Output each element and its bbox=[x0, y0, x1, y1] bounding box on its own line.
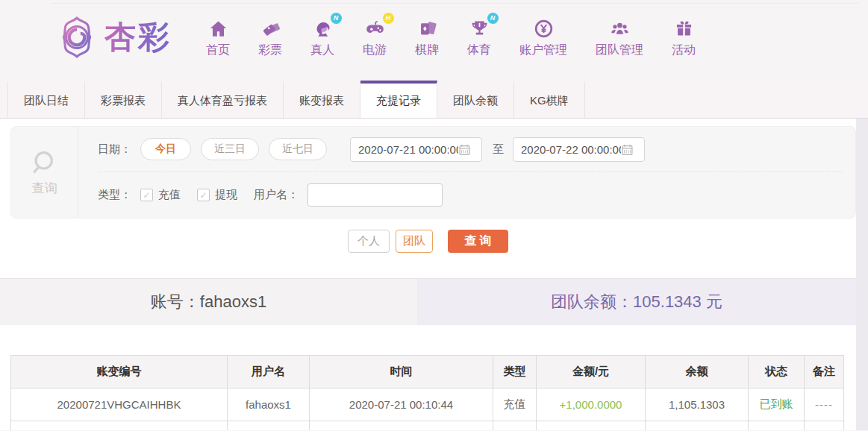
team-balance-summary: 团队余额：105.1343 元 bbox=[417, 279, 856, 325]
preset-today[interactable]: 今日 bbox=[140, 138, 191, 160]
withdraw-option-label: 提现 bbox=[215, 188, 237, 202]
cell-change-id: 20200721VHGCAIHHBK bbox=[11, 388, 228, 421]
live-dealer-icon bbox=[313, 19, 333, 39]
team-balance-value: 105.1343 元 bbox=[633, 291, 722, 313]
table-header-row: 账变编号 用户名 时间 类型 金额/元 余额 状态 备注 bbox=[11, 356, 844, 388]
cell-balance: 1,105.1303 bbox=[646, 388, 749, 421]
type-label: 类型： bbox=[98, 188, 131, 202]
tab-lottery-report[interactable]: 彩票报表 bbox=[85, 81, 162, 118]
col-change-id: 账变编号 bbox=[11, 356, 228, 388]
main-panel: 查询 日期： 今日 近三日 近七日 至 bbox=[0, 119, 856, 430]
table-row: 20200721VHGCAIHHBK fahaoxs1 2020-07-21 0… bbox=[11, 388, 844, 421]
nav-item-egames[interactable]: H 电游 bbox=[363, 17, 387, 58]
brand-logo[interactable]: 杏彩 bbox=[55, 16, 172, 59]
hot-badge: H bbox=[383, 13, 394, 24]
nav-item-home[interactable]: 首页 bbox=[206, 17, 230, 58]
deposit-checkbox[interactable] bbox=[140, 189, 153, 201]
gamepad-icon bbox=[365, 19, 385, 39]
account-summary: 账号：fahaoxs1 bbox=[0, 279, 417, 325]
date-from-field[interactable] bbox=[350, 137, 482, 162]
preset-last-3-days[interactable]: 近三日 bbox=[201, 138, 259, 160]
filter-search-block: 查询 bbox=[11, 127, 78, 218]
col-remark: 备注 bbox=[805, 356, 844, 388]
calendar-icon[interactable] bbox=[621, 143, 634, 156]
nav-item-team-management[interactable]: 团队管理 bbox=[596, 17, 643, 58]
table-row-partial bbox=[11, 421, 844, 431]
col-amount: 金额/元 bbox=[537, 356, 646, 388]
nav-item-sports[interactable]: N 体育 bbox=[467, 17, 491, 58]
report-tab-strip: 团队日结 彩票报表 真人体育盈亏报表 账变报表 充提记录 团队余额 KG棋牌 bbox=[0, 84, 868, 119]
search-block-label: 查询 bbox=[32, 180, 57, 197]
account-label: 账号： bbox=[151, 291, 200, 313]
cell-remark: ---- bbox=[805, 388, 844, 421]
date-to-field[interactable] bbox=[513, 137, 645, 162]
date-label: 日期： bbox=[98, 142, 131, 157]
col-username: 用户名 bbox=[228, 356, 310, 388]
withdraw-checkbox[interactable] bbox=[197, 189, 210, 201]
cards-icon bbox=[417, 19, 437, 39]
new-badge: N bbox=[487, 13, 499, 24]
summary-banner: 账号：fahaoxs1 团队余额：105.1343 元 bbox=[0, 278, 856, 325]
date-range-to-label: 至 bbox=[493, 142, 504, 157]
tab-kg-boardgames[interactable]: KG棋牌 bbox=[514, 81, 585, 118]
nav-item-lottery[interactable]: 彩票 bbox=[258, 17, 282, 58]
brand-flower-icon bbox=[55, 16, 99, 59]
home-icon bbox=[208, 19, 228, 39]
tickets-icon bbox=[260, 19, 281, 39]
team-icon bbox=[610, 19, 630, 39]
cell-status: 已到账 bbox=[749, 388, 805, 421]
tab-team-balance[interactable]: 团队余额 bbox=[437, 81, 514, 118]
username-input[interactable] bbox=[307, 183, 443, 207]
cell-type: 充值 bbox=[493, 388, 537, 421]
page-right-gutter bbox=[856, 119, 868, 430]
username-label: 用户名： bbox=[254, 188, 299, 202]
team-balance-label: 团队余额： bbox=[551, 291, 633, 313]
filter-panel: 查询 日期： 今日 近三日 近七日 至 bbox=[10, 126, 856, 218]
personal-scope-button[interactable]: 个人 bbox=[348, 230, 390, 253]
new-badge: N bbox=[331, 13, 342, 24]
brand-name: 杏彩 bbox=[104, 22, 172, 53]
nav-item-boardgames[interactable]: 棋牌 bbox=[415, 17, 439, 58]
date-to-input[interactable] bbox=[521, 143, 621, 156]
col-balance: 余额 bbox=[646, 356, 749, 388]
nav-item-promotions[interactable]: 活动 bbox=[672, 17, 696, 58]
col-type: 类型 bbox=[493, 356, 537, 388]
action-buttons-row: 个人 团队 查 询 bbox=[0, 230, 856, 253]
nav-item-account-management[interactable]: 账户管理 bbox=[519, 17, 567, 58]
team-scope-button[interactable]: 团队 bbox=[396, 230, 433, 253]
coin-icon bbox=[534, 19, 554, 39]
nav-item-live[interactable]: N 真人 bbox=[310, 17, 334, 58]
cell-amount: +1,000.0000 bbox=[537, 388, 646, 421]
gift-icon bbox=[674, 19, 694, 39]
tab-live-sports-pnl-report[interactable]: 真人体育盈亏报表 bbox=[162, 81, 284, 118]
trophy-icon bbox=[469, 19, 490, 39]
deposit-option-label: 充值 bbox=[158, 188, 181, 202]
query-button[interactable]: 查 询 bbox=[448, 230, 508, 253]
top-header: 杏彩 首页 彩票 N 真人 H 电游 棋牌 bbox=[0, 0, 868, 75]
main-nav: 首页 彩票 N 真人 H 电游 棋牌 N bbox=[206, 17, 696, 58]
col-status: 状态 bbox=[749, 356, 805, 388]
cell-time: 2020-07-21 00:10:44 bbox=[310, 388, 493, 421]
tab-team-daily[interactable]: 团队日结 bbox=[7, 81, 85, 118]
cell-username: fahaoxs1 bbox=[228, 388, 310, 421]
tab-deposit-withdraw-records[interactable]: 充提记录 bbox=[360, 81, 437, 118]
tab-account-change-report[interactable]: 账变报表 bbox=[284, 81, 360, 118]
calendar-icon[interactable] bbox=[458, 143, 471, 156]
search-icon bbox=[30, 148, 60, 177]
account-value: fahaoxs1 bbox=[200, 292, 266, 312]
records-table: 账变编号 用户名 时间 类型 金额/元 余额 状态 备注 20200721VHG… bbox=[10, 355, 844, 430]
date-from-input[interactable] bbox=[358, 143, 458, 156]
preset-last-7-days[interactable]: 近七日 bbox=[269, 138, 327, 160]
col-time: 时间 bbox=[310, 356, 493, 388]
